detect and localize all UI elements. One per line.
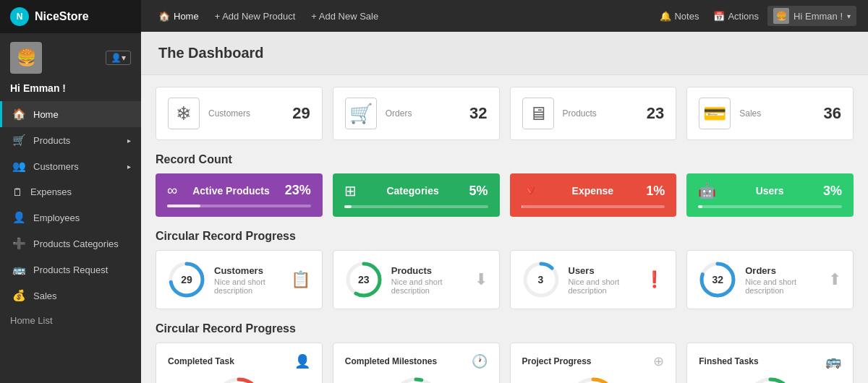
circ-wrap: 32 <box>699 261 736 298</box>
actions-icon: 📅 <box>713 11 725 22</box>
customers-icon: 👥 <box>12 160 26 173</box>
sales-icon: 💰 <box>12 289 26 302</box>
topbar-home[interactable]: 🏠 Home <box>153 0 205 32</box>
circ-card: 23 Products Nice and short description ⬇ <box>333 250 500 309</box>
notes-label: Notes <box>674 11 699 22</box>
rc-label: Categories <box>386 185 438 197</box>
stat-card-label: Customers <box>208 108 250 119</box>
topbar: 🏠 Home + Add New Product + Add New Sale … <box>141 0 868 32</box>
stat-card-value: 36 <box>824 104 841 123</box>
circ2-card: Completed Task 👤 23 <box>156 343 323 383</box>
user-chip[interactable]: 🍔 Hi Emman ! ▾ <box>767 6 856 26</box>
circ-info: Products Nice and short description <box>391 265 466 295</box>
actions-btn[interactable]: 📅 Actions <box>707 8 765 25</box>
dashboard-body: ❄ Customers 29 🛒 Orders 32 🖥 Products 23… <box>141 75 868 383</box>
circ-title: Users <box>569 265 637 276</box>
sidebar-item-sales[interactable]: 💰 Sales <box>0 283 141 309</box>
rc-progress-fill <box>698 205 702 208</box>
circ-info: Customers Nice and short description <box>214 265 282 295</box>
sidebar-item-home[interactable]: 🏠 Home <box>0 101 141 127</box>
circ2-header: Project Progress ⊕ <box>522 353 665 369</box>
sidebar-item-products[interactable]: 🛒 Products ▸ <box>0 127 141 153</box>
rc-icon: 🔻 <box>522 182 540 199</box>
rc-progress-fill <box>344 205 352 208</box>
user-area: 🍔 👤▾ <box>0 33 141 82</box>
rc-percent: 5% <box>469 184 488 199</box>
circ2-cards: Completed Task 👤 23 Completed Milestones… <box>156 343 854 383</box>
circ-wrap: 3 <box>522 261 560 298</box>
circ-icon: 📋 <box>291 270 310 289</box>
stat-card-icon: ❄ <box>168 98 200 129</box>
stat-card-label: Sales <box>739 108 761 119</box>
stat-card: 🛒 Orders 32 <box>333 87 500 140</box>
circ-title: Products <box>391 265 466 276</box>
rc-progress-fill <box>167 205 200 207</box>
record-count-title: Record Count <box>156 153 854 166</box>
circ-value: 23 <box>358 274 370 285</box>
circ-card: 32 Orders Nice and short description ⬆ <box>686 250 854 309</box>
circ-card: 29 Customers Nice and short description … <box>156 250 323 309</box>
circ2-icon: 🚌 <box>825 353 841 369</box>
notes-btn[interactable]: 🔔 Notes <box>654 8 705 25</box>
circ2-card: Finshed Tasks 🚌 32 <box>686 343 854 383</box>
circ2-icon: 🕐 <box>472 353 488 369</box>
stat-card-icon: 🛒 <box>345 98 377 129</box>
rc-label: Users <box>756 185 784 197</box>
rc-progress <box>167 205 311 207</box>
circ-desc: Nice and short description <box>745 277 820 295</box>
circ-desc: Nice and short description <box>569 277 637 295</box>
stat-card: ❄ Customers 29 <box>156 87 323 140</box>
rc-progress <box>344 205 488 208</box>
topbar-add-product[interactable]: + Add New Product <box>209 0 302 32</box>
sidebar-item-products-request[interactable]: 🚌 Products Request <box>0 257 141 283</box>
circular-progress-title-1: Circular Record Progress <box>156 230 854 243</box>
circ2-card: Completed Milestones 🕐 1 <box>333 343 500 383</box>
topbar-right: 🔔 Notes 📅 Actions 🍔 Hi Emman ! ▾ <box>654 6 856 26</box>
rc-progress <box>698 205 842 208</box>
sidebar-item-products-label: Products <box>33 135 70 146</box>
logo-area: N NiceStore <box>0 0 141 33</box>
circ-icon: ❗ <box>644 270 664 289</box>
sidebar-item-products-categories-label: Products Categories <box>33 238 119 249</box>
circ2-title: Project Progress <box>522 356 592 366</box>
brand-name: NiceStore <box>35 10 89 23</box>
stat-card-label: Orders <box>386 108 412 119</box>
circ2-wrap: 1 <box>391 376 441 383</box>
stat-card-icon: 💳 <box>699 98 731 129</box>
categories-icon: ➕ <box>12 237 26 250</box>
sidebar-item-expenses[interactable]: 🗒 Expenses <box>0 179 141 205</box>
sidebar-item-products-categories[interactable]: ➕ Products Categories <box>0 231 141 257</box>
chevron-right-icon-2: ▸ <box>127 163 131 171</box>
sidebar-item-products-request-label: Products Request <box>33 264 108 275</box>
username: Hi Emman ! <box>0 82 141 101</box>
circ2-icon: ⊕ <box>653 353 664 369</box>
sidebar-item-employees[interactable]: 👤 Employees <box>0 205 141 231</box>
stat-cards: ❄ Customers 29 🛒 Orders 32 🖥 Products 23… <box>156 87 854 140</box>
svg-point-9 <box>216 379 261 383</box>
circ-info: Orders Nice and short description <box>745 265 820 295</box>
user-dropdown-btn[interactable]: 👤▾ <box>106 51 131 65</box>
circ-icon: ⬇ <box>475 270 488 289</box>
circ-card: 3 Users Nice and short description ❗ <box>510 250 677 309</box>
circ2-header: Finshed Tasks 🚌 <box>699 353 841 369</box>
rc-progress <box>522 205 665 208</box>
user-chip-arrow: ▾ <box>847 12 851 20</box>
employees-icon: 👤 <box>12 211 26 224</box>
circ-value: 29 <box>181 274 192 285</box>
circ-title: Customers <box>214 265 282 276</box>
circ-wrap: 23 <box>345 261 383 298</box>
sidebar-item-customers[interactable]: 👥 Customers ▸ <box>0 153 141 179</box>
circ-cards: 29 Customers Nice and short description … <box>156 250 854 309</box>
user-chip-avatar: 🍔 <box>773 8 789 24</box>
circ2-title: Completed Milestones <box>345 356 437 366</box>
circ-desc: Nice and short description <box>391 277 466 295</box>
rc-icon: 🤖 <box>698 182 716 199</box>
sidebar-item-home-list[interactable]: Home List <box>0 309 141 332</box>
topbar-add-sale[interactable]: + Add New Sale <box>305 0 384 32</box>
dashboard-header: The Dashboard <box>141 32 868 75</box>
circ-desc: Nice and short description <box>214 277 282 295</box>
avatar: 🍔 <box>10 42 42 74</box>
circ-title: Orders <box>745 265 820 276</box>
circ-icon: ⬆ <box>828 270 841 289</box>
rc-label: Expense <box>572 185 614 197</box>
